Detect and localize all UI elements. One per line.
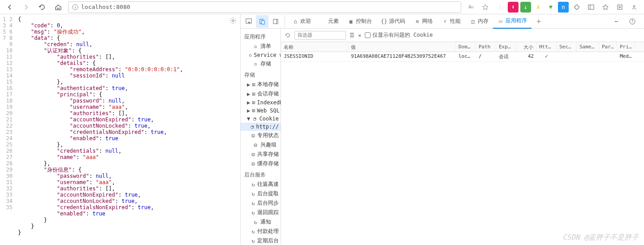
inspect-icon[interactable] [242, 15, 255, 28]
item-icon: ⊟ [251, 133, 255, 139]
side-item-cookie-host[interactable]: ◔http:// [241, 123, 281, 131]
gear-icon[interactable] [229, 17, 237, 24]
col-header[interactable]: Partiti... [599, 42, 617, 52]
ext-icon-2[interactable]: ↓ [520, 2, 531, 13]
item-icon: ▫ [252, 43, 259, 50]
tab-源代码[interactable]: {}源代码 [376, 14, 410, 29]
side-item[interactable]: ⊟共享存储 [241, 150, 281, 159]
side-item[interactable]: ▶⊞会话存储 [241, 89, 281, 99]
sidebar-icon[interactable] [585, 1, 597, 13]
only-issues-checkbox[interactable]: 仅显示有问题的 Cookie [365, 31, 433, 39]
tab-icon [320, 18, 326, 25]
back-button[interactable] [4, 1, 16, 13]
col-header[interactable]: Prior... [617, 42, 635, 52]
col-header[interactable]: Domain [456, 42, 476, 52]
table-row[interactable]: JSESSIONID 91A698A08CAE71128F4B25309752E… [281, 52, 644, 62]
side-item[interactable]: ▶⊞IndexedD [241, 99, 281, 107]
cell-secure [557, 52, 577, 61]
col-header[interactable]: Secure [557, 42, 577, 52]
side-item[interactable]: ▫存储 [241, 59, 281, 69]
cookie-icon: ◔ [252, 116, 257, 122]
side-item[interactable]: ↻退回跟踪 [241, 208, 281, 217]
tab-内存[interactable]: ◫内存 [465, 14, 493, 29]
extensions-icon[interactable] [571, 1, 583, 13]
dock-icon[interactable] [269, 15, 282, 28]
item-icon: ⊟ [251, 151, 255, 158]
svg-point-4 [232, 20, 234, 21]
refresh-icon[interactable] [285, 32, 291, 39]
svg-point-3 [633, 5, 635, 7]
ext-icon-1[interactable]: ⬇ [508, 2, 519, 13]
help-icon[interactable]: ? [626, 15, 639, 28]
tab-icon: ▭ [497, 18, 504, 24]
side-item[interactable]: ↻往返高速 [241, 180, 281, 189]
col-header[interactable]: 名称 [281, 42, 348, 52]
item-icon: ⊞ [252, 82, 255, 88]
ext-icon-5[interactable]: n [558, 2, 569, 13]
side-item[interactable]: ⊟缓存存储 [241, 159, 281, 168]
ext-icon-3[interactable]: ∧ [533, 2, 544, 13]
item-icon: ▫ [249, 52, 252, 58]
item-icon: ↻ [251, 210, 255, 216]
line-gutter: 1 2 3 4 5 6 7 8 9 10 11 12 13 14 15 16 1… [0, 14, 17, 245]
forward-button[interactable] [20, 1, 32, 13]
col-header[interactable]: HttpO... [536, 42, 557, 52]
tab-元素[interactable]: 元素 [316, 14, 343, 29]
favorite-icon[interactable] [479, 1, 492, 13]
cell-value: 91A698A08CAE71128F4B25309752E467 [348, 52, 456, 61]
clear-icon[interactable]: ✕ [358, 32, 361, 39]
tab-应用程序[interactable]: ▭应用程序 [493, 14, 532, 29]
ext-icon-4[interactable]: ▼ [545, 2, 556, 13]
cell-priority: Mediu [617, 52, 635, 61]
profile-icon[interactable] [628, 1, 640, 13]
svg-rect-1 [588, 5, 594, 9]
reading-icon[interactable]: An [465, 1, 477, 13]
side-item[interactable]: ↻后台同步 [241, 198, 281, 208]
side-item[interactable]: ▫清单 [241, 42, 281, 51]
side-item[interactable]: ⊟兴趣组 [241, 140, 281, 150]
side-item[interactable]: ▫Service w [241, 51, 281, 59]
item-icon: ⊞ [252, 107, 255, 114]
side-item[interactable]: ⊟专用状态 [241, 131, 281, 140]
cell-samesite [577, 52, 599, 61]
cookie-content: ☰ ✕ 仅显示有问题的 Cookie 名称值DomainPathExpire..… [281, 29, 644, 245]
col-header[interactable]: 值 [348, 42, 456, 52]
code-area[interactable]: { "code": 0, "msg": "操作成功", "data": { "c… [17, 14, 240, 245]
svg-text:?: ? [631, 20, 634, 24]
side-section-app: 应用程序 [241, 30, 281, 42]
col-header[interactable]: 大小 [516, 42, 536, 52]
filter-toggle-icon[interactable]: ☰ [350, 32, 354, 39]
tab-网络[interactable]: ≋网络 [410, 14, 437, 29]
add-tab-icon[interactable]: + [532, 15, 545, 28]
cell-name: JSESSIONID [281, 52, 348, 61]
tab-icon: ◫ [470, 18, 476, 25]
side-item[interactable]: ↻付款处理 [241, 227, 281, 236]
tab-icon: ⌂ [292, 18, 298, 25]
tab-欢迎[interactable]: ⌂欢迎 [288, 14, 316, 29]
address-bar[interactable]: localhost:8080 [68, 1, 461, 13]
col-header[interactable]: Expire... [496, 42, 516, 52]
item-icon: ▫ [252, 61, 259, 67]
device-icon[interactable] [256, 15, 268, 28]
filter-input[interactable] [294, 31, 346, 40]
info-icon [72, 4, 78, 10]
item-icon: ↻ [252, 219, 259, 225]
fav-icon[interactable] [599, 1, 612, 13]
home-button[interactable] [52, 1, 65, 13]
side-item[interactable]: ↻通知 [241, 217, 281, 227]
side-item-cookie[interactable]: ▼◔Cookie [241, 115, 281, 123]
col-header[interactable]: Path [476, 42, 496, 52]
more-icon[interactable]: ⋯ [610, 15, 622, 28]
devtools-pane: ⌂欢迎元素▣控制台{}源代码≋网络⚡性能◫内存▭应用程序 + ⋯ ? 应用程序 … [241, 14, 644, 245]
side-item[interactable]: ↻定期后台 [241, 236, 281, 245]
refresh-button[interactable] [36, 1, 48, 13]
col-header[interactable]: SameS... [577, 42, 599, 52]
tab-性能[interactable]: ⚡性能 [437, 14, 465, 29]
url-text: localhost:8080 [81, 4, 130, 10]
side-item[interactable]: ▶⊞本地存储 [241, 80, 281, 89]
side-item[interactable]: ↻后台提取 [241, 189, 281, 198]
tab-控制台[interactable]: ▣控制台 [343, 14, 376, 29]
item-icon: ↻ [251, 238, 255, 244]
collections-icon[interactable] [614, 1, 626, 13]
side-item[interactable]: ▶⊞Web SQL [241, 107, 281, 115]
